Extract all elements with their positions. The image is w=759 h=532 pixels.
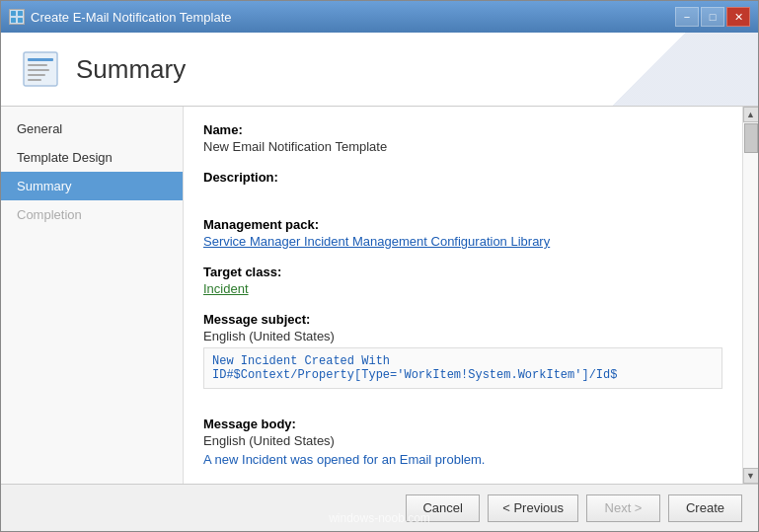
svg-rect-2	[11, 18, 16, 23]
title-bar: Create E-Mail Notification Template − □ …	[1, 1, 758, 33]
scrollbar-up-button[interactable]: ▲	[743, 107, 759, 122]
management-pack-value[interactable]: Service Manager Incident Management Conf…	[203, 234, 722, 249]
message-body-value: A new Incident was opened for an Email p…	[203, 452, 722, 467]
message-subject-field-section: Message subject: English (United States)…	[203, 312, 722, 389]
description-label: Description:	[203, 170, 722, 185]
management-pack-field-section: Management pack: Service Manager Inciden…	[203, 217, 722, 249]
window-title: Create E-Mail Notification Template	[31, 10, 232, 25]
header-decoration	[541, 33, 758, 106]
main-window: Create E-Mail Notification Template − □ …	[0, 0, 759, 532]
svg-rect-1	[18, 11, 23, 16]
svg-rect-6	[28, 64, 47, 66]
message-body-label: Message body:	[203, 417, 722, 431]
scrollbar-thumb[interactable]	[744, 123, 758, 153]
header-title: Summary	[76, 54, 186, 85]
svg-rect-7	[28, 69, 49, 71]
scrollbar-down-button[interactable]: ▼	[743, 468, 759, 484]
sidebar-item-completion: Completion	[1, 200, 183, 229]
message-subject-box: New Incident Created With ID#$Context/Pr…	[203, 347, 722, 389]
svg-rect-5	[28, 58, 53, 61]
target-class-field-section: Target class: Incident	[203, 265, 722, 296]
svg-rect-3	[18, 18, 23, 23]
sidebar-item-general[interactable]: General	[1, 114, 183, 143]
scrollbar[interactable]: ▲ ▼	[742, 107, 758, 484]
message-subject-sublabel: English (United States)	[203, 329, 722, 343]
message-body-field-section: Message body: English (United States) A …	[203, 417, 722, 467]
target-class-value[interactable]: Incident	[203, 281, 722, 296]
main-content: General Template Design Summary Completi…	[1, 107, 758, 484]
footer: Cancel < Previous Next > Create	[1, 484, 758, 531]
footer-wrapper: Cancel < Previous Next > Create windows-…	[1, 484, 758, 531]
svg-rect-9	[28, 79, 41, 81]
close-button[interactable]: ✕	[726, 7, 750, 27]
header-area: Summary	[1, 33, 758, 107]
previous-button[interactable]: < Previous	[488, 494, 578, 522]
message-body-sublabel: English (United States)	[203, 433, 722, 448]
message-subject-label: Message subject:	[203, 312, 722, 327]
minimize-button[interactable]: −	[675, 7, 699, 27]
name-label: Name:	[203, 122, 722, 137]
maximize-button[interactable]: □	[701, 7, 724, 27]
app-icon	[9, 9, 25, 25]
header-icon	[17, 45, 64, 93]
name-field-section: Name: New Email Notification Template	[203, 122, 722, 154]
cancel-button[interactable]: Cancel	[406, 494, 480, 522]
management-pack-label: Management pack:	[203, 217, 722, 232]
window-controls: − □ ✕	[675, 7, 750, 27]
description-value	[203, 187, 722, 201]
spacer	[203, 405, 722, 417]
next-button: Next >	[586, 494, 660, 522]
name-value: New Email Notification Template	[203, 139, 722, 154]
sidebar-item-template-design[interactable]: Template Design	[1, 143, 183, 172]
sidebar: General Template Design Summary Completi…	[1, 107, 184, 484]
scrollbar-track	[743, 122, 759, 468]
sidebar-item-summary[interactable]: Summary	[1, 172, 183, 200]
description-field-section: Description:	[203, 170, 722, 201]
content-area: Name: New Email Notification Template De…	[184, 107, 758, 484]
target-class-label: Target class:	[203, 265, 722, 279]
svg-rect-0	[11, 11, 16, 16]
content-scroll[interactable]: Name: New Email Notification Template De…	[184, 107, 742, 484]
svg-rect-8	[28, 74, 45, 76]
create-button[interactable]: Create	[668, 494, 742, 522]
title-bar-left: Create E-Mail Notification Template	[9, 9, 232, 25]
